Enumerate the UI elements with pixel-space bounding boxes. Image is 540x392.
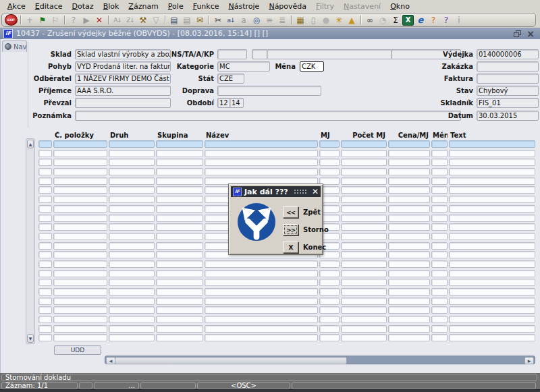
table-horizontal-scrollbar[interactable]: ◀ ▶ xyxy=(105,356,535,364)
row-selector-cell[interactable] xyxy=(38,316,52,323)
table-cell[interactable] xyxy=(449,298,535,305)
table-cell[interactable] xyxy=(109,159,155,166)
table-cell[interactable] xyxy=(341,140,387,148)
restore-window-icon[interactable] xyxy=(514,30,521,37)
tools-wrench-icon[interactable]: ⚒ xyxy=(137,15,149,26)
table-cell[interactable] xyxy=(431,233,448,240)
table-cell[interactable] xyxy=(205,140,318,148)
table-cell[interactable] xyxy=(341,242,387,250)
row-selector-cell[interactable] xyxy=(38,159,52,166)
table-cell[interactable] xyxy=(341,288,387,296)
browser-icon[interactable]: e xyxy=(414,15,427,26)
dialog-close-icon[interactable]: ✕ xyxy=(312,188,319,196)
table-cell[interactable] xyxy=(388,325,430,333)
table-cell[interactable] xyxy=(205,288,318,296)
table-cell[interactable] xyxy=(388,242,430,250)
table-cell[interactable] xyxy=(319,306,340,314)
table-row[interactable] xyxy=(38,325,535,333)
table-cell[interactable] xyxy=(205,334,318,341)
nstaakp-field-2[interactable] xyxy=(252,49,268,59)
table-cell[interactable] xyxy=(53,196,107,203)
table-cell[interactable] xyxy=(388,298,430,305)
table-cell[interactable] xyxy=(109,186,155,194)
hscroll-thumb[interactable] xyxy=(115,357,347,364)
table-cell[interactable] xyxy=(109,251,155,258)
cut-icon[interactable]: ✂ xyxy=(212,15,224,26)
table-cell[interactable] xyxy=(431,223,448,231)
dialog-titlebar[interactable]: iF Jak dál ??? ✕ xyxy=(231,186,321,197)
table-cell[interactable] xyxy=(109,233,155,240)
table-cell[interactable] xyxy=(431,186,448,194)
row-selector-cell[interactable] xyxy=(38,215,52,222)
table-cell[interactable] xyxy=(431,279,448,286)
row-selector-cell[interactable] xyxy=(38,140,52,148)
table-cell[interactable] xyxy=(449,186,535,194)
table-cell[interactable] xyxy=(156,270,203,277)
table-row[interactable] xyxy=(38,279,535,286)
table-cell[interactable] xyxy=(341,270,387,277)
table-cell[interactable] xyxy=(449,279,535,286)
table-cell[interactable] xyxy=(388,186,430,194)
table-cell[interactable] xyxy=(205,316,318,323)
table-cell[interactable] xyxy=(156,251,203,258)
table-cell[interactable] xyxy=(431,177,448,185)
exit-button[interactable]: EXIT xyxy=(5,14,18,26)
table-cell[interactable] xyxy=(156,298,203,305)
table-row[interactable] xyxy=(38,288,535,296)
table-cell[interactable] xyxy=(53,223,107,231)
table-cell[interactable] xyxy=(319,288,340,296)
table-cell[interactable] xyxy=(156,325,203,333)
table-cell[interactable] xyxy=(156,186,203,194)
table-cell[interactable] xyxy=(388,150,430,157)
table-cell[interactable] xyxy=(53,177,107,185)
table-cell[interactable] xyxy=(341,150,387,157)
menu-nástroje[interactable]: Nástroje xyxy=(224,1,265,12)
table-cell[interactable] xyxy=(156,306,203,314)
doprava-field[interactable] xyxy=(217,86,321,96)
table-cell[interactable] xyxy=(109,279,155,286)
table-cell[interactable] xyxy=(319,316,340,323)
table-row[interactable] xyxy=(38,316,535,323)
menu-funkce[interactable]: Funkce xyxy=(188,1,224,12)
table-row[interactable] xyxy=(38,159,535,166)
table-cell[interactable] xyxy=(109,316,155,323)
table-cell[interactable] xyxy=(449,325,535,333)
table-cell[interactable] xyxy=(449,233,535,240)
table-cell[interactable] xyxy=(53,251,107,258)
row-selector-cell[interactable] xyxy=(38,177,52,185)
table-cell[interactable] xyxy=(431,288,448,296)
skladnik-field[interactable]: FIS_01 xyxy=(477,98,539,108)
table-cell[interactable] xyxy=(449,150,535,157)
table-cell[interactable] xyxy=(156,334,203,341)
table-cell[interactable] xyxy=(205,298,318,305)
row-selector-cell[interactable] xyxy=(38,298,52,305)
excel-export-icon[interactable]: X xyxy=(402,15,414,26)
table-cell[interactable] xyxy=(109,140,155,148)
table-cell[interactable] xyxy=(341,177,387,185)
table-cell[interactable] xyxy=(449,168,535,175)
menu-dotaz[interactable]: Dotaz xyxy=(68,1,99,12)
table-cell[interactable] xyxy=(449,270,535,277)
table-cell[interactable] xyxy=(53,334,107,341)
table-cell[interactable] xyxy=(388,168,430,175)
row-selector-cell[interactable] xyxy=(38,288,52,296)
table-cell[interactable] xyxy=(53,159,107,166)
cancel-query-icon[interactable]: ✕ xyxy=(93,15,105,26)
table-cell[interactable] xyxy=(156,159,203,166)
table-cell[interactable] xyxy=(109,150,155,157)
table-cell[interactable] xyxy=(109,260,155,268)
table-cell[interactable] xyxy=(205,279,318,286)
table-cell[interactable] xyxy=(53,186,107,194)
table-cell[interactable] xyxy=(53,140,107,148)
kategorie-field[interactable]: MC xyxy=(217,61,270,72)
storno-button[interactable]: >> xyxy=(283,224,298,235)
table-cell[interactable] xyxy=(388,205,430,213)
table-cell[interactable] xyxy=(341,196,387,203)
table-cell[interactable] xyxy=(449,242,535,250)
poznamka-field[interactable] xyxy=(75,111,461,121)
find-icon[interactable]: ◎ xyxy=(250,15,263,26)
table-cell[interactable] xyxy=(388,251,430,258)
row-selector-cell[interactable] xyxy=(38,279,52,286)
table-cell[interactable] xyxy=(319,260,340,268)
table-cell[interactable] xyxy=(53,215,107,222)
